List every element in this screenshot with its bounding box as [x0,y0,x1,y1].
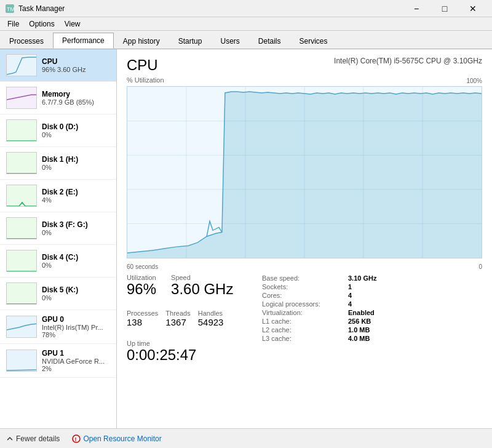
bottom-bar: Fewer details ! Open Resource Monitor [0,428,492,448]
processes-value: 138 [127,317,158,327]
sidebar-item-disk1[interactable]: Disk 1 (H:) 0% [0,147,116,180]
menu-file[interactable]: File [2,18,24,30]
time-right: 0 [478,263,482,270]
sidebar-item-memory[interactable]: Memory 6.7/7.9 GB (85%) [0,82,116,114]
threads-stat: Threads 1367 [165,310,190,327]
sidebar-item-disk5[interactable]: Disk 5 (K:) 0% [0,278,116,310]
l1-label: L1 cache: [262,317,348,326]
window-controls: − □ ✕ [402,0,487,17]
disk4-name: Disk 4 (C:) [42,253,110,262]
sockets-label: Sockets: [262,282,348,291]
disk0-value: 0% [42,131,110,138]
sidebar-item-disk2[interactable]: Disk 2 (E:) 4% [0,180,116,212]
gpu0-info: GPU 0 Intel(R) Iris(TM) Pr... 78% [42,315,110,338]
logical-value: 4 [348,300,482,308]
fewer-details-button[interactable]: Fewer details [6,434,60,443]
sockets-value: 1 [348,282,482,291]
l2-value: 1.0 MB [348,326,482,334]
handles-label: Handles [198,310,224,317]
detail-row-l2: L2 cache: 1.0 MB [262,326,482,334]
disk2-value: 4% [42,196,110,204]
disk0-name: Disk 0 (D:) [42,122,110,131]
disk1-info: Disk 1 (H:) 0% [42,155,110,171]
disk2-info: Disk 2 (E:) 4% [42,188,110,204]
app-icon: TM [5,4,15,14]
time-left: 60 seconds [127,263,158,270]
processes-stat: Processes 138 [127,310,158,327]
gpu0-thumb [6,316,37,338]
disk3-name: Disk 3 (F: G:) [42,220,110,229]
disk5-thumb [6,282,37,305]
close-button[interactable]: ✕ [459,0,487,17]
disk3-thumb [6,217,37,239]
threads-value: 1367 [165,317,190,327]
disk2-thumb [6,185,37,207]
disk4-thumb [6,250,37,272]
tab-bar: Processes Performance App history Startu… [0,31,492,49]
disk5-info: Disk 5 (K:) 0% [42,286,110,302]
tab-processes[interactable]: Processes [0,33,53,49]
stats-left: Utilization 96% Speed 3.60 GHz Processes… [127,274,250,370]
disk4-info: Disk 4 (C:) 0% [42,253,110,269]
memory-thumb [6,87,37,109]
disk0-info: Disk 0 (D:) 0% [42,122,110,138]
sidebar-item-cpu[interactable]: CPU 96% 3.60 GHz [0,49,116,82]
tab-details[interactable]: Details [249,33,290,49]
detail-row-l3: L3 cache: 4.0 MB [262,334,482,343]
tab-startup[interactable]: Startup [169,33,212,49]
sidebar: CPU 96% 3.60 GHz Memory 6.7/7.9 GB (85%)… [0,49,117,428]
l3-label: L3 cache: [262,334,348,343]
detail-table: Base speed: 3.10 GHz Sockets: 1 Cores: 4… [262,274,482,343]
fewer-details-label: Fewer details [16,434,60,443]
l3-value: 4.0 MB [348,334,482,343]
disk2-name: Disk 2 (E:) [42,188,110,196]
disk1-value: 0% [42,164,110,171]
panel-header: CPU Intel(R) Core(TM) i5-5675C CPU @ 3.1… [127,57,482,74]
disk5-name: Disk 5 (K:) [42,286,110,294]
maximize-button[interactable]: □ [430,0,459,17]
sidebar-item-disk4[interactable]: Disk 4 (C:) 0% [0,245,116,278]
sidebar-item-gpu0[interactable]: GPU 0 Intel(R) Iris(TM) Pr... 78% [0,310,116,344]
detail-row-cores: Cores: 4 [262,291,482,300]
menu-view[interactable]: View [60,18,85,30]
tab-users[interactable]: Users [211,33,248,49]
sidebar-item-disk0[interactable]: Disk 0 (D:) 0% [0,114,116,147]
resource-monitor-icon: ! [72,434,81,443]
disk3-value: 0% [42,229,110,236]
disk1-name: Disk 1 (H:) [42,155,110,164]
cpu-chart [127,86,482,258]
processes-label: Processes [127,310,158,317]
utilization-value: 96% [127,281,156,297]
sidebar-item-disk3[interactable]: Disk 3 (F: G:) 0% [0,212,116,245]
logical-label: Logical processors: [262,300,348,308]
window-title: Task Manager [18,4,65,13]
speed-stat: Speed 3.60 GHz [171,274,233,297]
gpu0-value: 78% [42,331,110,338]
handles-stat: Handles 54923 [198,310,224,327]
stats-right: Base speed: 3.10 GHz Sockets: 1 Cores: 4… [250,274,482,370]
l2-label: L2 cache: [262,326,348,334]
sidebar-item-gpu1[interactable]: GPU 1 NVIDIA GeForce R... 2% [0,344,116,378]
memory-info: Memory 6.7/7.9 GB (85%) [42,90,110,106]
disk3-info: Disk 3 (F: G:) 0% [42,220,110,236]
uptime-value: 0:00:25:47 [127,347,250,363]
chevron-icon [6,435,14,442]
menu-options[interactable]: Options [24,18,59,30]
detail-row-sockets: Sockets: 1 [262,282,482,291]
title-bar: TM Task Manager − □ ✕ [0,0,492,17]
open-resource-monitor-button[interactable]: ! Open Resource Monitor [72,434,161,443]
tab-performance[interactable]: Performance [53,33,114,49]
minimize-button[interactable]: − [402,0,430,17]
disk0-thumb [6,119,37,142]
gpu1-info: GPU 1 NVIDIA GeForce R... 2% [42,349,110,372]
utilization-stat: Utilization 96% [127,274,156,297]
gpu1-name: GPU 1 [42,349,110,358]
base-speed-label: Base speed: [262,274,348,282]
cores-label: Cores: [262,291,348,300]
cpu-value: 96% 3.60 GHz [42,66,110,73]
open-resource-monitor-label: Open Resource Monitor [83,434,161,443]
panel-title: CPU [127,57,158,74]
tab-services[interactable]: Services [290,33,337,49]
tab-app-history[interactable]: App history [114,33,169,49]
main-content: CPU 96% 3.60 GHz Memory 6.7/7.9 GB (85%)… [0,49,492,428]
